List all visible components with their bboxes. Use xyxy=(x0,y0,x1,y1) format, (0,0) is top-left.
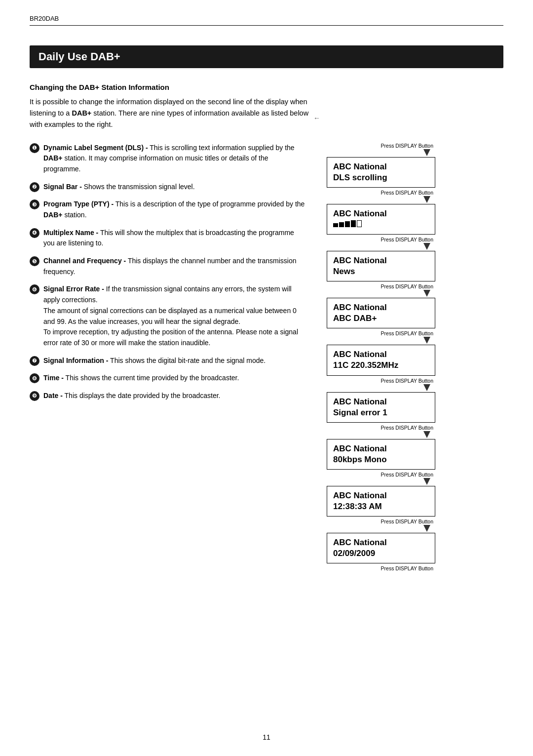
list-text-7: Signal Information - This shows the digi… xyxy=(43,356,306,366)
arrow-down-icon-2 xyxy=(423,243,430,250)
content-area: ❶ Dynamic Label Segment (DLS) - This is … xyxy=(30,143,503,572)
svg-marker-0 xyxy=(423,149,430,156)
display-line2-0: DLS scrolling xyxy=(333,172,429,183)
list-number-8: ❽ xyxy=(30,373,39,383)
svg-marker-2 xyxy=(423,243,430,250)
display-box-4: ABC National 11C 220.352MHz xyxy=(327,345,435,375)
list-text-6: Signal Error Rate - If the transmission … xyxy=(43,284,306,348)
svg-marker-4 xyxy=(423,337,430,344)
press-label-last: Press DISPLAY Button xyxy=(327,565,435,571)
display-box-5: ABC National Signal error 1 xyxy=(327,392,435,423)
arrow-down-icon-1 xyxy=(423,196,430,203)
list-item-3: ❸ Program Type (PTY) - This is a descrip… xyxy=(30,199,306,220)
list-item-5: ❺ Channel and Frequency - This displays … xyxy=(30,256,306,277)
press-label-4: Press DISPLAY Button xyxy=(327,330,435,336)
list-number-1: ❶ xyxy=(30,143,39,153)
list-number-7: ❼ xyxy=(30,356,39,366)
display-line2-7: 12:38:33 AM xyxy=(333,501,429,512)
list-text-3: Program Type (PTY) - This is a descripti… xyxy=(43,199,306,220)
arrow-down-icon-7 xyxy=(423,478,430,485)
bar-4 xyxy=(351,220,356,227)
list-text-1: Dynamic Label Segment (DLS) - This is sc… xyxy=(43,143,306,175)
list-number-9: ❾ xyxy=(30,391,39,401)
press-label-2: Press DISPLAY Button xyxy=(327,237,435,242)
display-box-0: ABC National DLS scrolling xyxy=(327,157,435,188)
arrow-down-icon-3 xyxy=(423,290,430,297)
list-number-2: ❷ xyxy=(30,182,39,192)
svg-marker-6 xyxy=(423,431,430,438)
display-box-8: ABC National 02/09/2009 xyxy=(327,533,435,563)
press-label-7: Press DISPLAY Button xyxy=(327,472,435,477)
list-text-2: Signal Bar - Shows the transmission sign… xyxy=(43,182,306,193)
list-item-9: ❾ Date - This displays the date provided… xyxy=(30,391,306,401)
list-text-4: Multiplex Name - This will show the mult… xyxy=(43,228,306,249)
signal-bars xyxy=(333,220,362,227)
display-line1-6: ABC National xyxy=(333,443,429,454)
press-label-3: Press DISPLAY Button xyxy=(327,283,435,289)
svg-marker-1 xyxy=(423,196,430,203)
page-number: 11 xyxy=(263,733,270,741)
press-label-5: Press DISPLAY Button xyxy=(327,378,435,384)
svg-marker-7 xyxy=(423,478,430,485)
svg-marker-5 xyxy=(423,384,430,391)
bar-3 xyxy=(345,221,350,227)
list-item-1: ❶ Dynamic Label Segment (DLS) - This is … xyxy=(30,143,306,175)
arrow-down-icon-0 xyxy=(423,149,430,156)
header: BR20DAB xyxy=(30,15,503,26)
display-line1-4: ABC National xyxy=(333,349,429,360)
list-item-4: ❹ Multiplex Name - This will show the mu… xyxy=(30,228,306,249)
list-text-9: Date - This displays the date provided b… xyxy=(43,391,306,401)
intro-text: It is possible to change the information… xyxy=(30,96,316,131)
arrow-down-icon-4 xyxy=(423,337,430,344)
display-line1-1: ABC National xyxy=(333,208,429,219)
display-line2-3: ABC DAB+ xyxy=(333,313,429,324)
display-line2-2: News xyxy=(333,266,429,277)
list-item-6: ❻ Signal Error Rate - If the transmissio… xyxy=(30,284,306,348)
display-box-1: ABC National xyxy=(327,204,435,235)
display-line1-3: ABC National xyxy=(333,302,429,313)
press-label-top: Press DISPLAY Button xyxy=(327,143,435,149)
display-line2-4: 11C 220.352MHz xyxy=(333,360,429,371)
list-item-2: ❷ Signal Bar - Shows the transmission si… xyxy=(30,182,306,193)
display-line1-8: ABC National xyxy=(333,537,429,548)
list-number-6: ❻ xyxy=(30,284,39,294)
list-item-8: ❽ Time - This shows the current time pro… xyxy=(30,373,306,384)
display-line2-1 xyxy=(333,219,429,230)
left-column: ❶ Dynamic Label Segment (DLS) - This is … xyxy=(30,143,306,408)
list-text-5: Channel and Frequency - This displays th… xyxy=(43,256,306,277)
arrow-down-icon-6 xyxy=(423,431,430,438)
bar-5-empty xyxy=(357,220,362,227)
press-label-1: Press DISPLAY Button xyxy=(327,190,435,196)
arrow-down-icon-5 xyxy=(423,384,430,391)
list-number-3: ❸ xyxy=(30,199,39,209)
model-label: BR20DAB xyxy=(30,15,59,22)
bar-1 xyxy=(333,223,338,227)
bar-2 xyxy=(339,222,344,227)
section-title: Daily Use DAB+ xyxy=(30,45,503,68)
subsection-title: Changing the DAB+ Station Information xyxy=(30,83,503,91)
right-column: ← Press DISPLAY Button ABC National DLS … xyxy=(316,143,454,572)
diagram-entries: Press DISPLAY Button ABC National DLS sc… xyxy=(327,143,435,572)
svg-marker-8 xyxy=(423,525,430,532)
display-box-7: ABC National 12:38:33 AM xyxy=(327,486,435,517)
press-label-6: Press DISPLAY Button xyxy=(327,425,435,431)
display-line1-2: ABC National xyxy=(333,255,429,266)
display-line1-0: ABC National xyxy=(333,161,429,172)
press-label-8: Press DISPLAY Button xyxy=(327,518,435,524)
page: BR20DAB Daily Use DAB+ Changing the DAB+… xyxy=(0,0,533,756)
display-line1-5: ABC National xyxy=(333,397,429,407)
list-number-4: ❹ xyxy=(30,228,39,238)
display-box-3: ABC National ABC DAB+ xyxy=(327,298,435,328)
display-box-2: ABC National News xyxy=(327,251,435,281)
list-number-5: ❺ xyxy=(30,256,39,266)
list-text-8: Time - This shows the current time provi… xyxy=(43,373,306,384)
display-line2-6: 80kbps Mono xyxy=(333,454,429,465)
arrow-down-icon-8 xyxy=(423,525,430,532)
display-line1-7: ABC National xyxy=(333,490,429,501)
display-line2-5: Signal error 1 xyxy=(333,407,429,418)
display-box-6: ABC National 80kbps Mono xyxy=(327,439,435,470)
display-line2-8: 02/09/2009 xyxy=(333,548,429,559)
svg-marker-3 xyxy=(423,290,430,297)
list-item-7: ❼ Signal Information - This shows the di… xyxy=(30,356,306,366)
